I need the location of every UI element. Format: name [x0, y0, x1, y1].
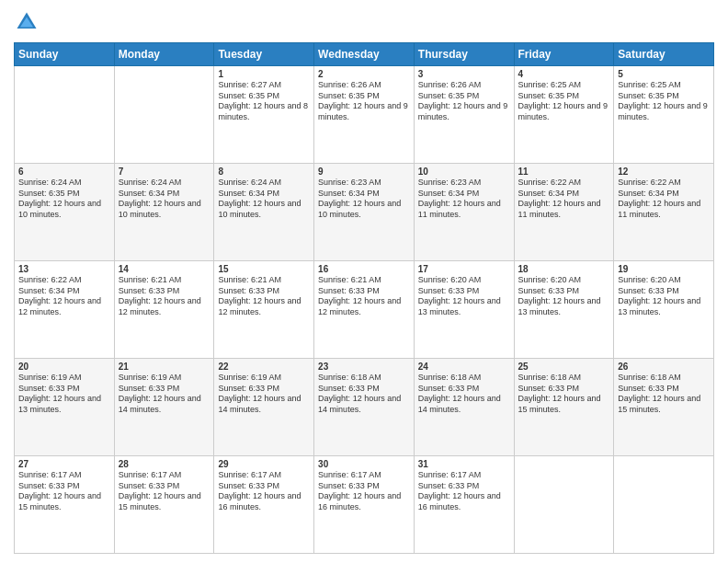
weekday-header-monday: Monday — [114, 43, 214, 66]
calendar-cell: 20Sunrise: 6:19 AMSunset: 6:33 PMDayligh… — [15, 359, 115, 456]
calendar-cell: 30Sunrise: 6:17 AMSunset: 6:33 PMDayligh… — [314, 456, 415, 554]
day-number: 2 — [318, 69, 410, 79]
day-number: 7 — [119, 167, 210, 177]
calendar-cell: 25Sunrise: 6:18 AMSunset: 6:33 PMDayligh… — [514, 359, 614, 456]
day-info: Sunrise: 6:20 AMSunset: 6:33 PMDaylight:… — [618, 275, 710, 318]
day-number: 9 — [318, 167, 410, 177]
calendar-cell: 2Sunrise: 6:26 AMSunset: 6:35 PMDaylight… — [314, 66, 415, 164]
logo — [14, 9, 43, 35]
day-number: 1 — [218, 69, 310, 79]
calendar-cell — [114, 66, 214, 164]
calendar-cell — [614, 456, 714, 554]
day-number: 18 — [518, 264, 610, 274]
calendar-cell: 4Sunrise: 6:25 AMSunset: 6:35 PMDaylight… — [514, 66, 614, 164]
day-number: 3 — [418, 69, 510, 79]
day-info: Sunrise: 6:24 AMSunset: 6:34 PMDaylight:… — [119, 178, 210, 221]
week-row-4: 20Sunrise: 6:19 AMSunset: 6:33 PMDayligh… — [15, 359, 714, 456]
calendar-table: SundayMondayTuesdayWednesdayThursdayFrid… — [14, 42, 714, 554]
calendar-cell — [15, 66, 115, 164]
week-row-2: 6Sunrise: 6:24 AMSunset: 6:35 PMDaylight… — [15, 164, 714, 261]
generalblue-icon — [14, 9, 40, 35]
week-row-3: 13Sunrise: 6:22 AMSunset: 6:34 PMDayligh… — [15, 261, 714, 359]
calendar-cell: 7Sunrise: 6:24 AMSunset: 6:34 PMDaylight… — [114, 164, 214, 261]
calendar-cell: 8Sunrise: 6:24 AMSunset: 6:34 PMDaylight… — [214, 164, 314, 261]
calendar-cell: 16Sunrise: 6:21 AMSunset: 6:33 PMDayligh… — [314, 261, 415, 359]
calendar-cell: 18Sunrise: 6:20 AMSunset: 6:33 PMDayligh… — [514, 261, 614, 359]
day-number: 6 — [18, 167, 110, 177]
day-info: Sunrise: 6:19 AMSunset: 6:33 PMDaylight:… — [18, 373, 110, 416]
day-info: Sunrise: 6:17 AMSunset: 6:33 PMDaylight:… — [318, 470, 410, 513]
day-info: Sunrise: 6:18 AMSunset: 6:33 PMDaylight:… — [618, 373, 710, 416]
calendar-cell: 23Sunrise: 6:18 AMSunset: 6:33 PMDayligh… — [314, 359, 415, 456]
day-number: 20 — [18, 362, 110, 372]
day-info: Sunrise: 6:22 AMSunset: 6:34 PMDaylight:… — [618, 178, 710, 221]
calendar-cell: 11Sunrise: 6:22 AMSunset: 6:34 PMDayligh… — [514, 164, 614, 261]
day-number: 14 — [119, 264, 210, 274]
day-info: Sunrise: 6:19 AMSunset: 6:33 PMDaylight:… — [119, 373, 210, 416]
day-info: Sunrise: 6:20 AMSunset: 6:33 PMDaylight:… — [518, 275, 610, 318]
day-info: Sunrise: 6:18 AMSunset: 6:33 PMDaylight:… — [518, 373, 610, 416]
day-number: 31 — [418, 459, 510, 469]
day-number: 24 — [418, 362, 510, 372]
weekday-header-thursday: Thursday — [414, 43, 514, 66]
calendar-cell: 3Sunrise: 6:26 AMSunset: 6:35 PMDaylight… — [414, 66, 514, 164]
calendar-cell: 15Sunrise: 6:21 AMSunset: 6:33 PMDayligh… — [214, 261, 314, 359]
day-number: 11 — [518, 167, 610, 177]
day-number: 17 — [418, 264, 510, 274]
day-info: Sunrise: 6:20 AMSunset: 6:33 PMDaylight:… — [418, 275, 510, 318]
calendar-cell: 10Sunrise: 6:23 AMSunset: 6:34 PMDayligh… — [414, 164, 514, 261]
day-info: Sunrise: 6:27 AMSunset: 6:35 PMDaylight:… — [218, 80, 310, 123]
day-number: 28 — [119, 459, 210, 469]
weekday-header-tuesday: Tuesday — [214, 43, 314, 66]
week-row-5: 27Sunrise: 6:17 AMSunset: 6:33 PMDayligh… — [15, 456, 714, 554]
day-info: Sunrise: 6:26 AMSunset: 6:35 PMDaylight:… — [318, 80, 410, 123]
day-number: 15 — [218, 264, 310, 274]
calendar-cell: 19Sunrise: 6:20 AMSunset: 6:33 PMDayligh… — [614, 261, 714, 359]
calendar-cell: 22Sunrise: 6:19 AMSunset: 6:33 PMDayligh… — [214, 359, 314, 456]
day-info: Sunrise: 6:25 AMSunset: 6:35 PMDaylight:… — [518, 80, 610, 123]
calendar-cell: 6Sunrise: 6:24 AMSunset: 6:35 PMDaylight… — [15, 164, 115, 261]
page: SundayMondayTuesdayWednesdayThursdayFrid… — [0, 0, 728, 563]
day-info: Sunrise: 6:23 AMSunset: 6:34 PMDaylight:… — [418, 178, 510, 221]
calendar-cell: 28Sunrise: 6:17 AMSunset: 6:33 PMDayligh… — [114, 456, 214, 554]
day-info: Sunrise: 6:24 AMSunset: 6:34 PMDaylight:… — [218, 178, 310, 221]
day-info: Sunrise: 6:26 AMSunset: 6:35 PMDaylight:… — [418, 80, 510, 123]
weekday-header-friday: Friday — [514, 43, 614, 66]
day-info: Sunrise: 6:21 AMSunset: 6:33 PMDaylight:… — [218, 275, 310, 318]
day-number: 25 — [518, 362, 610, 372]
day-info: Sunrise: 6:17 AMSunset: 6:33 PMDaylight:… — [218, 470, 310, 513]
day-number: 30 — [318, 459, 410, 469]
day-number: 10 — [418, 167, 510, 177]
day-info: Sunrise: 6:24 AMSunset: 6:35 PMDaylight:… — [18, 178, 110, 221]
calendar-cell: 24Sunrise: 6:18 AMSunset: 6:33 PMDayligh… — [414, 359, 514, 456]
calendar-cell: 13Sunrise: 6:22 AMSunset: 6:34 PMDayligh… — [15, 261, 115, 359]
day-info: Sunrise: 6:19 AMSunset: 6:33 PMDaylight:… — [218, 373, 310, 416]
calendar-cell: 14Sunrise: 6:21 AMSunset: 6:33 PMDayligh… — [114, 261, 214, 359]
calendar-cell: 29Sunrise: 6:17 AMSunset: 6:33 PMDayligh… — [214, 456, 314, 554]
day-number: 12 — [618, 167, 710, 177]
header — [14, 9, 714, 35]
calendar-cell: 9Sunrise: 6:23 AMSunset: 6:34 PMDaylight… — [314, 164, 415, 261]
calendar-cell: 26Sunrise: 6:18 AMSunset: 6:33 PMDayligh… — [614, 359, 714, 456]
day-info: Sunrise: 6:23 AMSunset: 6:34 PMDaylight:… — [318, 178, 410, 221]
day-info: Sunrise: 6:21 AMSunset: 6:33 PMDaylight:… — [318, 275, 410, 318]
day-info: Sunrise: 6:25 AMSunset: 6:35 PMDaylight:… — [618, 80, 710, 123]
calendar-cell: 1Sunrise: 6:27 AMSunset: 6:35 PMDaylight… — [214, 66, 314, 164]
calendar-cell: 5Sunrise: 6:25 AMSunset: 6:35 PMDaylight… — [614, 66, 714, 164]
day-info: Sunrise: 6:22 AMSunset: 6:34 PMDaylight:… — [18, 275, 110, 318]
day-number: 8 — [218, 167, 310, 177]
calendar-cell: 27Sunrise: 6:17 AMSunset: 6:33 PMDayligh… — [15, 456, 115, 554]
day-info: Sunrise: 6:17 AMSunset: 6:33 PMDaylight:… — [18, 470, 110, 513]
calendar-cell: 31Sunrise: 6:17 AMSunset: 6:33 PMDayligh… — [414, 456, 514, 554]
day-number: 27 — [18, 459, 110, 469]
day-info: Sunrise: 6:18 AMSunset: 6:33 PMDaylight:… — [318, 373, 410, 416]
day-number: 4 — [518, 69, 610, 79]
day-number: 22 — [218, 362, 310, 372]
weekday-header-row: SundayMondayTuesdayWednesdayThursdayFrid… — [15, 43, 714, 66]
calendar-cell — [514, 456, 614, 554]
calendar-cell: 12Sunrise: 6:22 AMSunset: 6:34 PMDayligh… — [614, 164, 714, 261]
calendar-cell: 21Sunrise: 6:19 AMSunset: 6:33 PMDayligh… — [114, 359, 214, 456]
day-info: Sunrise: 6:17 AMSunset: 6:33 PMDaylight:… — [418, 470, 510, 513]
day-number: 26 — [618, 362, 710, 372]
day-number: 5 — [618, 69, 710, 79]
